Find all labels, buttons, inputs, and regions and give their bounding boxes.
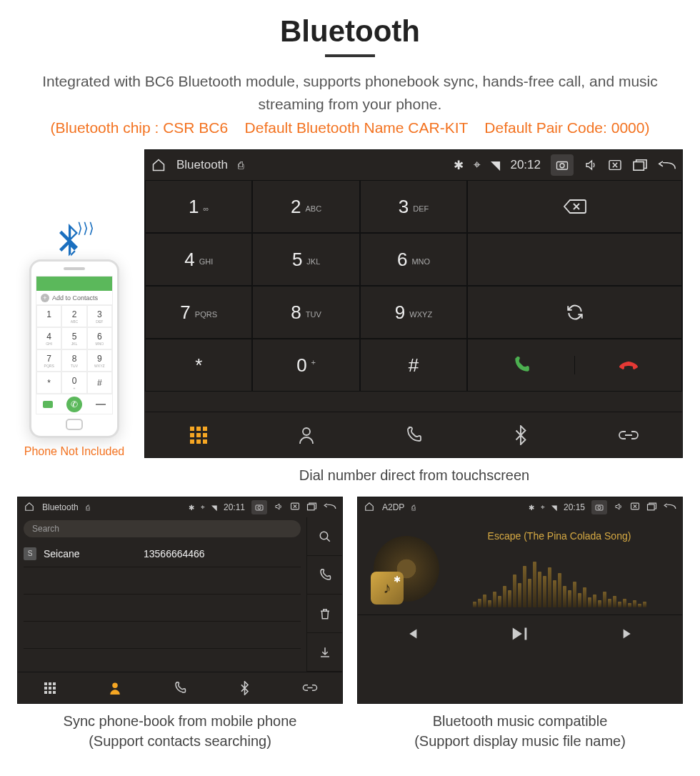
next-button[interactable] <box>621 626 636 645</box>
playpause-button[interactable] <box>510 625 530 645</box>
svg-point-6 <box>258 507 261 509</box>
topbar-title: A2DP <box>382 502 404 512</box>
key-2[interactable]: 2ABC <box>252 180 359 233</box>
page-title: Bluetooth <box>0 14 700 49</box>
phone-note: Phone Not Included <box>17 445 131 458</box>
key-0[interactable]: 0+ <box>252 339 359 392</box>
key-4[interactable]: 4GHI <box>145 233 252 286</box>
recents-icon[interactable] <box>632 159 648 171</box>
back-icon[interactable] <box>658 159 676 171</box>
side-delete[interactable] <box>306 595 342 633</box>
contact-row[interactable]: S Seicane 13566664466 <box>24 540 301 567</box>
bt-status-icon: ✱ <box>529 504 534 512</box>
key-backspace[interactable] <box>467 180 682 233</box>
topbar-title: Bluetooth <box>176 158 228 172</box>
contacts-device: Bluetooth ⎙ ✱ ⌖ ◥ 20:11 Search <box>17 497 343 704</box>
key-5[interactable]: 5JKL <box>252 233 359 286</box>
back-icon[interactable] <box>664 502 676 512</box>
home-icon[interactable] <box>151 158 166 172</box>
clock: 20:11 <box>224 502 245 512</box>
nav-contacts[interactable] <box>83 672 148 703</box>
nav-bluetooth[interactable] <box>212 672 277 703</box>
nav-bluetooth[interactable] <box>467 412 574 457</box>
contact-row <box>24 595 301 622</box>
gps-icon: ⌖ <box>474 158 481 172</box>
svg-rect-3 <box>634 162 644 171</box>
call-button[interactable] <box>468 356 575 374</box>
contacts-caption: Sync phone-book from mobile phone(Suppor… <box>17 711 343 751</box>
svg-point-10 <box>112 682 118 688</box>
album-art: ♪✱ <box>374 536 439 602</box>
usb-icon: ⎙ <box>411 504 416 512</box>
key-3[interactable]: 3DEF <box>360 180 467 233</box>
key-blank-1 <box>467 233 682 286</box>
close-icon[interactable] <box>290 502 300 512</box>
search-input[interactable]: Search <box>24 520 301 537</box>
key-star[interactable]: * <box>145 339 252 392</box>
prev-button[interactable] <box>404 626 419 645</box>
key-hash[interactable]: # <box>360 339 467 392</box>
visualizer <box>452 552 666 607</box>
music-device: A2DP ⎙ ✱ ⌖ ◥ 20:15 <box>357 497 683 704</box>
nav-pair[interactable] <box>277 672 342 703</box>
phone-add-contacts: Add to Contacts <box>36 291 112 305</box>
contact-badge: S <box>24 547 36 560</box>
music-caption: Bluetooth music compatible(Support displ… <box>357 711 683 751</box>
screenshot-icon[interactable] <box>551 154 574 176</box>
side-search[interactable] <box>306 517 342 556</box>
hangup-button[interactable] <box>575 357 681 373</box>
nav-recents[interactable] <box>148 672 213 703</box>
nav-dial[interactable] <box>145 412 252 457</box>
side-call[interactable] <box>306 556 342 595</box>
contact-row <box>24 622 301 649</box>
description: Integrated with BC6 Bluetooth module, su… <box>0 70 700 115</box>
wifi-icon: ◥ <box>211 504 217 512</box>
volume-icon[interactable] <box>614 502 624 513</box>
contact-row <box>24 567 301 595</box>
svg-point-12 <box>598 507 601 509</box>
svg-point-9 <box>320 532 328 539</box>
key-7[interactable]: 7PQRS <box>145 286 252 339</box>
clock: 20:12 <box>510 158 541 172</box>
screenshot-icon[interactable] <box>591 500 607 514</box>
bt-status-icon: ✱ <box>454 158 464 173</box>
nav-pair[interactable] <box>575 412 682 457</box>
volume-icon[interactable] <box>584 159 598 171</box>
bluetooth-icon: ⟩⟩⟩ <box>53 224 84 269</box>
volume-icon[interactable] <box>274 502 284 513</box>
key-8[interactable]: 8TUV <box>252 286 359 339</box>
contact-number: 13566664466 <box>144 548 205 559</box>
nav-recents[interactable] <box>360 412 467 457</box>
home-icon[interactable] <box>364 502 375 514</box>
svg-rect-8 <box>308 504 315 510</box>
screenshot-icon[interactable] <box>251 500 267 514</box>
key-call-row <box>467 339 682 392</box>
close-icon[interactable] <box>630 502 640 512</box>
topbar-title: Bluetooth <box>42 502 79 512</box>
key-refresh[interactable] <box>467 286 682 339</box>
side-download[interactable] <box>306 633 342 672</box>
home-icon[interactable] <box>24 502 35 514</box>
usb-icon: ⎙ <box>238 159 244 171</box>
bt-status-icon: ✱ <box>189 504 194 512</box>
nav-contacts[interactable] <box>252 412 359 457</box>
contact-name: Seicane <box>44 548 144 559</box>
gps-icon: ⌖ <box>201 503 205 512</box>
recents-icon[interactable] <box>646 502 657 513</box>
title-underline <box>325 54 375 57</box>
recents-icon[interactable] <box>306 502 317 513</box>
key-6[interactable]: 6MNO <box>360 233 467 286</box>
clock: 20:15 <box>564 502 585 512</box>
gps-icon: ⌖ <box>541 503 545 512</box>
specs-line: (Bluetooth chip : CSR BC6 Default Blueto… <box>0 115 700 149</box>
nav-dial[interactable] <box>18 672 83 703</box>
svg-rect-14 <box>648 504 655 510</box>
back-icon[interactable] <box>324 502 336 512</box>
music-bt-icon: ♪✱ <box>371 572 404 605</box>
main-caption: Dial number direct from touchscreen <box>129 465 700 485</box>
key-1[interactable]: 1∞ <box>145 180 252 233</box>
close-icon[interactable] <box>608 159 622 171</box>
svg-rect-0 <box>557 162 568 170</box>
key-9[interactable]: 9WXYZ <box>360 286 467 339</box>
svg-point-1 <box>560 164 564 168</box>
